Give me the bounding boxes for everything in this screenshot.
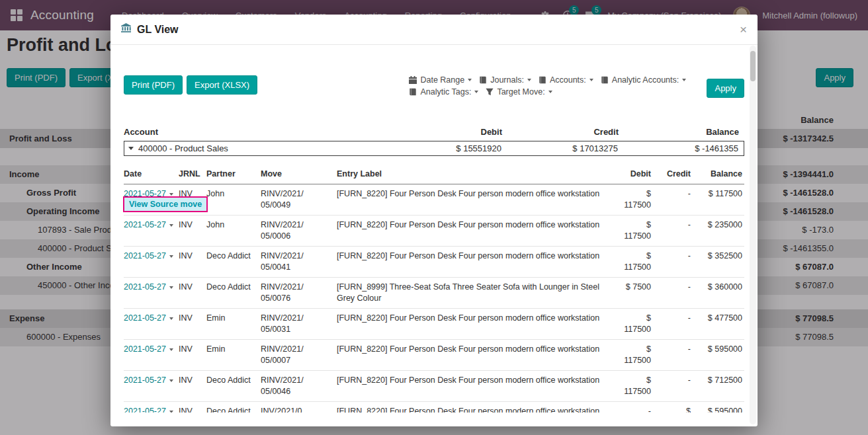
calendar-icon [409, 76, 417, 84]
caret-down-icon[interactable] [169, 286, 173, 289]
credit-cell: - [651, 188, 691, 200]
modal-actions: Print (PDF) Export (XLSX) [124, 75, 257, 95]
balance-cell: $ 235000 [691, 219, 742, 231]
caret-down-icon[interactable] [169, 348, 173, 351]
caret-down-icon [527, 79, 531, 81]
gl-table-header: Date JRNL Partner Move Entry Label Debit… [124, 165, 744, 184]
date-link[interactable]: 2021-05-27 [124, 375, 166, 386]
account-debit: $ 15551920 [394, 143, 507, 153]
accounts-filter[interactable]: Accounts: [539, 75, 593, 85]
journal-cell: INV [179, 313, 206, 324]
gl-view-modal: GL View × Print (PDF) Export (XLSX) Date… [110, 15, 758, 426]
modal-print-pdf-button[interactable]: Print (PDF) [124, 75, 183, 95]
entry-label-cell: [FURN_8220] Four Person Desk Four person… [337, 375, 621, 386]
book-icon [601, 76, 609, 84]
debit-cell: $ 117500 [621, 251, 651, 273]
balance-cell: $ 477500 [691, 313, 742, 324]
debit-cell: $ 117500 [621, 313, 651, 335]
partner-cell: Deco Addict [206, 251, 261, 262]
date-link[interactable]: 2021-05-27 [124, 406, 166, 413]
filters: Date Range Journals: Accounts: Anal [409, 75, 700, 97]
debit-cell: - [621, 406, 651, 413]
modal-header: GL View × [110, 15, 758, 45]
credit-cell: - [651, 251, 691, 262]
balance-cell: $ 595000 [691, 344, 742, 355]
entry-label-cell: [FURN_8220] Four Person Desk Four person… [337, 188, 621, 200]
gl-line-row: 2021-05-27 INV Emin RINV/2021/05/0007 [F… [124, 340, 744, 371]
caret-down-icon [468, 79, 472, 81]
analytic-tags-filter[interactable]: Analytic Tags: [409, 87, 478, 97]
move-cell: RINV/2021/05/0031 [261, 313, 337, 335]
credit-cell: - [651, 375, 691, 386]
date-link[interactable]: 2021-05-27 [124, 219, 166, 231]
modal-title: GL View [137, 24, 179, 36]
book-icon [539, 76, 546, 84]
account-name: 400000 - Product Sales [138, 143, 228, 153]
gl-line-row: 2021-05-27 INV Deco Addict INV/2021/05/0… [124, 402, 744, 413]
caret-down-icon [474, 91, 478, 93]
move-cell: RINV/2021/05/0007 [261, 344, 337, 366]
date-range-filter[interactable]: Date Range [409, 75, 472, 85]
gl-line-row: 2021-05-27 INV Deco Addict RINV/2021/05/… [124, 247, 744, 278]
date-link[interactable]: 2021-05-27 [124, 313, 166, 324]
caret-down-icon[interactable] [169, 411, 173, 413]
book-icon [479, 76, 487, 84]
debit-cell: $ 117500 [621, 188, 651, 211]
account-balance: $ -1461355 [623, 143, 744, 153]
caret-down-icon[interactable] [169, 224, 173, 227]
entry-label-cell: [FURN_8220] Four Person Desk Four person… [337, 344, 621, 355]
partner-cell: Emin [206, 313, 261, 324]
account-summary-row[interactable]: 400000 - Product Sales $ 15551920 $ 1701… [124, 141, 744, 156]
move-cell: RINV/2021/05/0076 [261, 282, 337, 304]
gl-line-row: 2021-05-27 INV John RINV/2021/05/0006 [F… [124, 216, 744, 247]
target-move-filter[interactable]: Target Move: [486, 87, 552, 97]
gl-line-row: 2021-05-27 INV Emin RINV/2021/05/0031 [F… [124, 309, 744, 340]
entry-label-cell: [FURN_8220] Four Person Desk Four person… [337, 251, 621, 262]
account-credit: $ 17013275 [507, 143, 623, 153]
filter-funnel-icon [486, 88, 494, 96]
modal-body: Print (PDF) Export (XLSX) Date Range Jou… [110, 45, 758, 413]
caret-down-icon[interactable] [169, 379, 173, 382]
credit-cell: - [651, 344, 691, 355]
gl-line-row: 2021-05-27 INV Deco Addict RINV/2021/05/… [124, 278, 744, 309]
date-link[interactable]: 2021-05-27 [124, 344, 166, 355]
balance-cell: $ 117500 [691, 188, 742, 200]
close-icon[interactable]: × [740, 23, 747, 36]
caret-down-icon[interactable] [169, 317, 173, 320]
book-icon [409, 88, 417, 96]
debit-cell: $ 117500 [621, 219, 651, 242]
move-cell: RINV/2021/05/0006 [261, 219, 337, 242]
date-link[interactable]: 2021-05-27 [124, 251, 166, 262]
summary-header-row: Account Debit Credit Balance [124, 125, 744, 139]
caret-down-icon[interactable] [169, 255, 173, 258]
expand-caret-icon[interactable] [128, 147, 134, 150]
move-cell: RINV/2021/05/0046 [261, 375, 337, 397]
gl-line-row: 2021-05-27 INV Deco Addict RINV/2021/05/… [124, 371, 744, 402]
entry-label-cell: [FURN_8220] Four Person Desk Four person… [337, 219, 621, 231]
journal-cell: INV [179, 406, 206, 413]
partner-cell: John [206, 188, 261, 200]
caret-down-icon [682, 79, 686, 81]
journal-cell: INV [179, 219, 206, 231]
modal-apply-button[interactable]: Apply [707, 79, 744, 98]
gl-line-row: 2021-05-27 INV John RINV/2021/05/0049 [F… [124, 184, 744, 216]
modal-export-xlsx-button[interactable]: Export (XLSX) [187, 75, 257, 95]
date-link[interactable]: 2021-05-27 [124, 282, 166, 293]
journal-cell: INV [179, 282, 206, 293]
analytic-accounts-filter[interactable]: Analytic Accounts: [601, 75, 686, 85]
screen: Accounting DashboardOverviewCustomersVen… [0, 0, 868, 435]
view-source-move-tooltip[interactable]: View Source move [123, 196, 208, 212]
partner-cell: John [206, 219, 261, 231]
journal-cell: INV [179, 375, 206, 386]
modal-scrollbar[interactable] [750, 46, 756, 424]
journals-filter[interactable]: Journals: [479, 75, 531, 85]
caret-down-icon[interactable] [169, 193, 173, 196]
bank-icon [121, 23, 131, 36]
balance-cell: $ 595000 [691, 406, 742, 413]
balance-cell: $ 712500 [691, 375, 742, 386]
scrollbar-thumb[interactable] [750, 51, 756, 81]
balance-cell: $ 360000 [691, 282, 742, 293]
entry-label-cell: [FURN_8220] Four Person Desk Four person… [337, 313, 621, 324]
partner-cell: Emin [206, 344, 261, 355]
journal-cell: INV [179, 251, 206, 262]
